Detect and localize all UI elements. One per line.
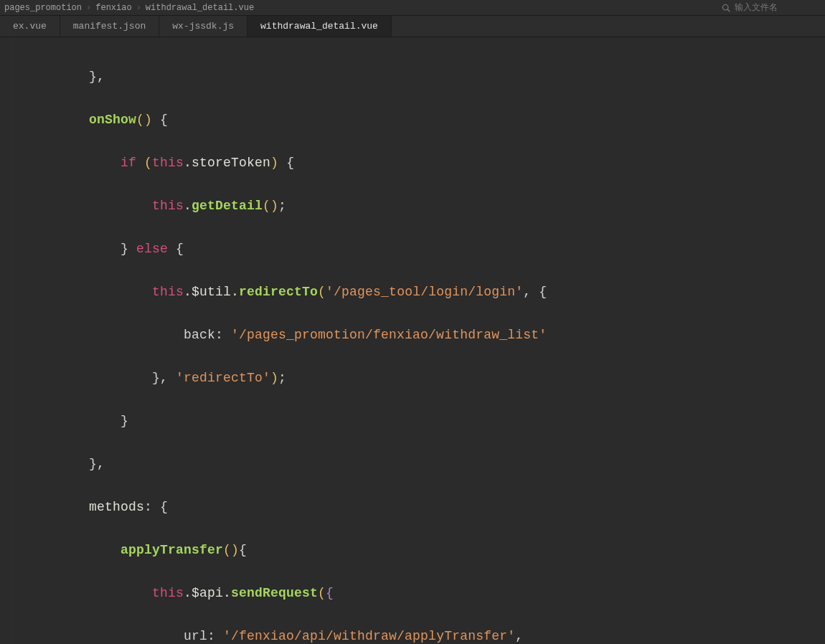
breadcrumb-bar: pages_promotion › fenxiao › withdrawal_d…: [0, 0, 825, 16]
code-line[interactable]: }, 'redirectTo');: [13, 367, 825, 389]
breadcrumb-item[interactable]: pages_promotion: [4, 3, 82, 13]
tab-withdrawal-detail-vue[interactable]: withdrawal_detail.vue: [248, 16, 392, 37]
code-line[interactable]: }: [13, 410, 825, 432]
code-line[interactable]: },: [13, 66, 825, 87]
code-line[interactable]: },: [13, 453, 825, 475]
svg-point-0: [723, 4, 729, 10]
breadcrumb: pages_promotion › fenxiao › withdrawal_d…: [4, 3, 254, 13]
code-line[interactable]: onShow() {: [13, 109, 825, 131]
editor-tabs: ex.vue manifest.json wx-jssdk.js withdra…: [0, 16, 825, 37]
code-line[interactable]: if (this.storeToken) {: [13, 152, 825, 174]
tab-manifest-json[interactable]: manifest.json: [60, 16, 159, 37]
code-line[interactable]: } else {: [13, 238, 825, 260]
chevron-right-icon: ›: [136, 3, 141, 13]
code-editor[interactable]: }, onShow() { if (this.storeToken) { thi…: [0, 37, 825, 644]
code-line[interactable]: back: '/pages_promotion/fenxiao/withdraw…: [13, 324, 825, 346]
search-input[interactable]: [735, 3, 821, 13]
code-line[interactable]: applyTransfer(){: [13, 539, 825, 561]
svg-line-1: [727, 9, 730, 11]
tab-ex-vue[interactable]: ex.vue: [0, 16, 60, 37]
breadcrumb-item[interactable]: withdrawal_detail.vue: [146, 3, 254, 13]
chevron-right-icon: ›: [86, 3, 91, 13]
tab-wx-jssdk-js[interactable]: wx-jssdk.js: [159, 16, 248, 37]
file-search[interactable]: [722, 3, 821, 13]
code-line[interactable]: url: '/fenxiao/api/withdraw/applyTransfe…: [13, 625, 825, 644]
code-area[interactable]: }, onShow() { if (this.storeToken) { thi…: [13, 37, 825, 644]
breadcrumb-item[interactable]: fenxiao: [95, 3, 131, 13]
code-line[interactable]: this.getDetail();: [13, 195, 825, 217]
code-line[interactable]: this.$util.redirectTo('/pages_tool/login…: [13, 281, 825, 303]
code-line[interactable]: this.$api.sendRequest({: [13, 582, 825, 604]
gutter: [0, 37, 13, 644]
search-icon: [722, 4, 730, 12]
code-line[interactable]: methods: {: [13, 496, 825, 518]
